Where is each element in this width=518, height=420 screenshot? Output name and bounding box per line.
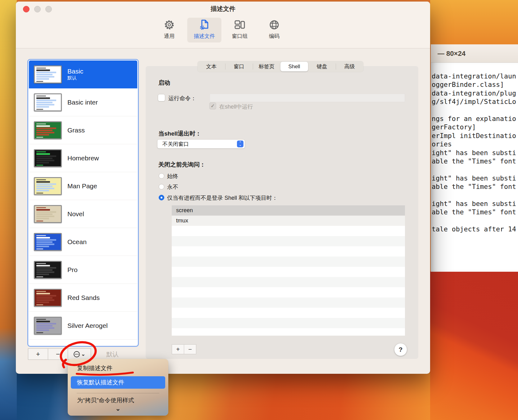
sidebar-item-man-page[interactable]: Man Page [29, 172, 137, 200]
window-group-icon [223, 18, 257, 32]
sidebar-item-basic[interactable]: Basic 默认 [29, 60, 137, 88]
profile-name: Grass [67, 127, 85, 134]
profile-name: Man Page [67, 182, 97, 190]
profile-list: Basic 默认 Basic inter Grass [27, 59, 139, 347]
menu-item-duplicate-profile[interactable]: 复制描述文件 [77, 364, 112, 372]
remove-profile-button[interactable]: − [48, 348, 68, 360]
toolbar-item-label: 描述文件 [187, 33, 221, 40]
terminal-line: able the "Times" font [432, 182, 518, 191]
profile-thumbnail [34, 233, 62, 251]
gear-icon [152, 18, 186, 32]
profile-tab-bar: 文本 窗口 标签页 Shell 键盘 高级 [198, 61, 363, 72]
radio-only-processes-label: 仅当有进程而不是登录 Shell 和以下项目时： [167, 194, 278, 202]
desktop: — 80×24 data-integration/laun oggerBinde… [0, 0, 518, 420]
startup-header: 启动 [158, 79, 170, 87]
wallpaper-left [0, 0, 17, 420]
radio-never[interactable] [159, 184, 164, 190]
terminal-line: data-integration/plug [432, 89, 518, 97]
terminal-line: erImpl initDestinatio [432, 132, 518, 140]
terminal-line: g/slf4j/impl/StaticLo [432, 97, 518, 106]
toolbar-item-encodings[interactable]: 编码 [257, 18, 291, 42]
wallpaper-right-bottom [430, 271, 518, 420]
toolbar-item-profiles[interactable]: 描述文件 [187, 18, 221, 42]
terminal-line [432, 217, 518, 225]
terminal-title: — 80×24 [431, 44, 518, 63]
menu-item-restore-default-profiles[interactable]: 恢复默认描述文件 [71, 376, 165, 389]
tab-shell[interactable]: Shell [280, 62, 308, 71]
sidebar-item-silver-aerogel[interactable]: Silver Aerogel [29, 312, 137, 340]
sidebar-item-homebrew[interactable]: Homebrew [29, 144, 137, 172]
sidebar-item-red-sands[interactable]: Red Sands [29, 284, 137, 312]
profile-actions-bar: + − ⌄ [28, 348, 91, 360]
process-row-tmux[interactable]: tmux [172, 216, 405, 226]
terminal-line: ight" has been substi [432, 199, 518, 208]
profile-name: Homebrew [67, 154, 99, 162]
chevron-down-icon: ⌄ [81, 351, 85, 357]
more-options-menu: 复制描述文件 恢复默认描述文件 为“拷贝”命令使用样式 ⌄ [68, 359, 168, 416]
tab-keyboard[interactable]: 键盘 [308, 61, 336, 72]
background-terminal-window[interactable]: — 80×24 data-integration/laun oggerBinde… [431, 44, 518, 272]
process-row-screen[interactable]: screen [172, 205, 405, 216]
profile-thumbnail [34, 93, 62, 111]
wallpaper-right-top [430, 0, 518, 45]
profile-thumbnail [34, 177, 62, 195]
run-command-checkbox[interactable] [158, 94, 165, 101]
run-command-input[interactable] [210, 94, 405, 102]
radio-never-label: 永不 [167, 183, 178, 191]
terminal-line: able the "Times" font [432, 208, 518, 216]
sidebar-item-ocean[interactable]: Ocean [29, 228, 137, 256]
profile-name: Silver Aerogel [67, 322, 108, 329]
sidebar-item-grass[interactable]: Grass [29, 116, 137, 144]
globe-icon [257, 18, 291, 32]
menu-item-use-style-for-copy[interactable]: 为“拷贝”命令使用样式 [77, 396, 134, 403]
profile-thumbnail [34, 65, 62, 83]
default-button[interactable]: 默认 [98, 350, 126, 359]
terminal-line: ories [432, 140, 518, 148]
process-list[interactable]: screen tmux [172, 205, 405, 336]
menu-separator [77, 393, 159, 393]
toolbar-item-window-groups[interactable]: 窗口组 [223, 18, 257, 42]
run-inside-shell-label: 在shell中运行 [219, 103, 253, 110]
profile-name: Red Sands [67, 294, 100, 302]
profile-thumbnail [34, 205, 62, 223]
profile-name: Basic inter [67, 99, 98, 106]
window-chrome: 描述文件 通用 [16, 2, 430, 48]
terminal-line: ight" has been substi [432, 149, 518, 157]
toolbar-item-label: 编码 [257, 33, 291, 40]
profile-name: Pro [67, 266, 78, 274]
sidebar-item-basic-inter[interactable]: Basic inter [29, 88, 137, 116]
help-button[interactable]: ? [394, 343, 407, 356]
terminal-line [432, 106, 518, 114]
remove-process-button[interactable]: − [184, 344, 196, 354]
add-process-button[interactable]: + [172, 344, 184, 354]
shell-exit-header: 当shell退出时： [158, 130, 201, 138]
terminal-line: able the "Times" font [432, 157, 518, 165]
popup-stepper-icon: ⌃⌄ [237, 141, 243, 147]
profile-thumbnail [34, 261, 62, 279]
profile-thumbnail [34, 121, 62, 139]
toolbar-item-label: 窗口组 [223, 33, 257, 40]
profile-thumbnail [34, 149, 62, 167]
radio-always[interactable] [159, 173, 164, 179]
radio-always-label: 始终 [167, 172, 178, 180]
profile-name: Ocean [67, 238, 87, 246]
terminal-preferences-window: 描述文件 通用 [16, 2, 430, 374]
terminal-line: ngs for an explanatio [432, 114, 518, 123]
sidebar-item-pro[interactable]: Pro [29, 256, 137, 284]
more-options-button[interactable]: ⌄ [68, 348, 91, 360]
terminal-line: tale objects after 14 [432, 225, 518, 233]
shell-exit-popup[interactable]: 不关闭窗口 ⌃⌄ [157, 139, 245, 149]
add-profile-button[interactable]: + [28, 348, 48, 360]
tab-text[interactable]: 文本 [198, 61, 225, 72]
terminal-line [432, 191, 518, 199]
tab-advanced[interactable]: 高级 [336, 61, 363, 72]
sidebar-item-novel[interactable]: Novel [29, 200, 137, 228]
terminal-line: data-integration/laun [432, 72, 518, 80]
profile-name: Basic [67, 68, 83, 75]
toolbar-item-general[interactable]: 通用 [152, 18, 186, 42]
profile-thumbnail [34, 317, 62, 335]
tab-window[interactable]: 窗口 [225, 61, 253, 72]
radio-only-processes[interactable] [159, 195, 164, 200]
terminal-line: gerFactory] [432, 123, 518, 131]
tab-tab[interactable]: 标签页 [253, 61, 280, 72]
